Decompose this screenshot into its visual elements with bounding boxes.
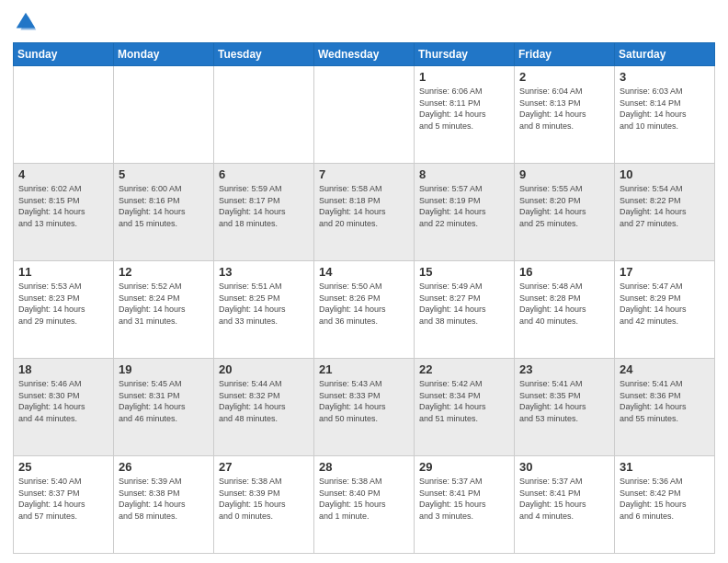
day-info: Sunrise: 5:42 AM Sunset: 8:34 PM Dayligh… (419, 378, 509, 424)
day-number: 3 (620, 70, 710, 84)
day-number: 22 (419, 362, 509, 376)
table-row: 17Sunrise: 5:47 AM Sunset: 8:29 PM Dayli… (615, 261, 715, 359)
day-info: Sunrise: 5:52 AM Sunset: 8:24 PM Dayligh… (119, 281, 209, 327)
day-info: Sunrise: 5:38 AM Sunset: 8:40 PM Dayligh… (319, 476, 409, 522)
day-info: Sunrise: 6:02 AM Sunset: 8:15 PM Dayligh… (18, 183, 108, 229)
table-row (214, 66, 314, 164)
table-row: 25Sunrise: 5:40 AM Sunset: 8:37 PM Dayli… (14, 456, 114, 554)
logo (13, 9, 42, 35)
day-number: 29 (419, 460, 509, 474)
table-row: 27Sunrise: 5:38 AM Sunset: 8:39 PM Dayli… (214, 456, 314, 554)
day-number: 17 (620, 265, 710, 279)
day-info: Sunrise: 5:41 AM Sunset: 8:36 PM Dayligh… (620, 378, 710, 424)
col-thursday: Thursday (415, 43, 515, 66)
table-row: 28Sunrise: 5:38 AM Sunset: 8:40 PM Dayli… (314, 456, 415, 554)
table-row: 10Sunrise: 5:54 AM Sunset: 8:22 PM Dayli… (615, 164, 715, 261)
day-info: Sunrise: 5:44 AM Sunset: 8:32 PM Dayligh… (219, 378, 309, 424)
table-row: 31Sunrise: 5:36 AM Sunset: 8:42 PM Dayli… (615, 456, 715, 554)
day-info: Sunrise: 5:57 AM Sunset: 8:19 PM Dayligh… (419, 183, 509, 229)
table-row: 4Sunrise: 6:02 AM Sunset: 8:15 PM Daylig… (14, 164, 114, 261)
day-number: 10 (620, 167, 710, 181)
day-number: 28 (319, 460, 409, 474)
day-number: 26 (119, 460, 209, 474)
table-row (14, 66, 114, 164)
table-row: 3Sunrise: 6:03 AM Sunset: 8:14 PM Daylig… (615, 66, 715, 164)
day-info: Sunrise: 5:46 AM Sunset: 8:30 PM Dayligh… (18, 378, 108, 424)
table-row: 30Sunrise: 5:37 AM Sunset: 8:41 PM Dayli… (515, 456, 615, 554)
calendar-week-row: 25Sunrise: 5:40 AM Sunset: 8:37 PM Dayli… (14, 456, 715, 554)
day-number: 14 (319, 265, 409, 279)
day-number: 5 (119, 167, 209, 181)
day-info: Sunrise: 5:58 AM Sunset: 8:18 PM Dayligh… (319, 183, 409, 229)
table-row: 14Sunrise: 5:50 AM Sunset: 8:26 PM Dayli… (314, 261, 415, 359)
day-info: Sunrise: 5:49 AM Sunset: 8:27 PM Dayligh… (419, 281, 509, 327)
day-number: 31 (620, 460, 710, 474)
day-number: 9 (519, 167, 609, 181)
table-row: 19Sunrise: 5:45 AM Sunset: 8:31 PM Dayli… (114, 359, 214, 456)
day-number: 16 (519, 265, 609, 279)
col-tuesday: Tuesday (214, 43, 314, 66)
day-number: 2 (519, 70, 609, 84)
day-info: Sunrise: 5:38 AM Sunset: 8:39 PM Dayligh… (219, 476, 309, 522)
table-row: 16Sunrise: 5:48 AM Sunset: 8:28 PM Dayli… (515, 261, 615, 359)
day-info: Sunrise: 5:59 AM Sunset: 8:17 PM Dayligh… (219, 183, 309, 229)
day-info: Sunrise: 5:41 AM Sunset: 8:35 PM Dayligh… (519, 378, 609, 424)
day-number: 21 (319, 362, 409, 376)
calendar-week-row: 11Sunrise: 5:53 AM Sunset: 8:23 PM Dayli… (14, 261, 715, 359)
day-number: 18 (18, 362, 108, 376)
day-info: Sunrise: 5:36 AM Sunset: 8:42 PM Dayligh… (620, 476, 710, 522)
day-info: Sunrise: 6:06 AM Sunset: 8:11 PM Dayligh… (419, 86, 509, 132)
day-number: 8 (419, 167, 509, 181)
day-number: 13 (219, 265, 309, 279)
page: Sunday Monday Tuesday Wednesday Thursday… (0, 0, 728, 563)
day-number: 23 (519, 362, 609, 376)
day-info: Sunrise: 6:03 AM Sunset: 8:14 PM Dayligh… (620, 86, 710, 132)
table-row: 26Sunrise: 5:39 AM Sunset: 8:38 PM Dayli… (114, 456, 214, 554)
day-number: 7 (319, 167, 409, 181)
table-row: 2Sunrise: 6:04 AM Sunset: 8:13 PM Daylig… (515, 66, 615, 164)
logo-icon (13, 9, 39, 35)
day-info: Sunrise: 5:39 AM Sunset: 8:38 PM Dayligh… (119, 476, 209, 522)
col-saturday: Saturday (615, 43, 715, 66)
table-row: 6Sunrise: 5:59 AM Sunset: 8:17 PM Daylig… (214, 164, 314, 261)
day-number: 30 (519, 460, 609, 474)
table-row (114, 66, 214, 164)
table-row: 21Sunrise: 5:43 AM Sunset: 8:33 PM Dayli… (314, 359, 415, 456)
day-number: 25 (18, 460, 108, 474)
day-number: 6 (219, 167, 309, 181)
day-info: Sunrise: 5:48 AM Sunset: 8:28 PM Dayligh… (519, 281, 609, 327)
day-info: Sunrise: 5:53 AM Sunset: 8:23 PM Dayligh… (18, 281, 108, 327)
table-row: 1Sunrise: 6:06 AM Sunset: 8:11 PM Daylig… (415, 66, 515, 164)
table-row: 24Sunrise: 5:41 AM Sunset: 8:36 PM Dayli… (615, 359, 715, 456)
day-info: Sunrise: 5:47 AM Sunset: 8:29 PM Dayligh… (620, 281, 710, 327)
day-info: Sunrise: 5:40 AM Sunset: 8:37 PM Dayligh… (18, 476, 108, 522)
col-sunday: Sunday (14, 43, 114, 66)
day-number: 4 (18, 167, 108, 181)
col-wednesday: Wednesday (314, 43, 415, 66)
table-row: 8Sunrise: 5:57 AM Sunset: 8:19 PM Daylig… (415, 164, 515, 261)
table-row: 23Sunrise: 5:41 AM Sunset: 8:35 PM Dayli… (515, 359, 615, 456)
calendar-table: Sunday Monday Tuesday Wednesday Thursday… (13, 42, 715, 554)
table-row (314, 66, 415, 164)
calendar-week-row: 1Sunrise: 6:06 AM Sunset: 8:11 PM Daylig… (14, 66, 715, 164)
day-info: Sunrise: 6:04 AM Sunset: 8:13 PM Dayligh… (519, 86, 609, 132)
day-number: 24 (620, 362, 710, 376)
table-row: 5Sunrise: 6:00 AM Sunset: 8:16 PM Daylig… (114, 164, 214, 261)
col-friday: Friday (515, 43, 615, 66)
day-number: 11 (18, 265, 108, 279)
day-number: 15 (419, 265, 509, 279)
header (13, 9, 715, 35)
table-row: 29Sunrise: 5:37 AM Sunset: 8:41 PM Dayli… (415, 456, 515, 554)
day-info: Sunrise: 5:37 AM Sunset: 8:41 PM Dayligh… (419, 476, 509, 522)
day-info: Sunrise: 5:50 AM Sunset: 8:26 PM Dayligh… (319, 281, 409, 327)
day-number: 12 (119, 265, 209, 279)
table-row: 22Sunrise: 5:42 AM Sunset: 8:34 PM Dayli… (415, 359, 515, 456)
table-row: 20Sunrise: 5:44 AM Sunset: 8:32 PM Dayli… (214, 359, 314, 456)
day-info: Sunrise: 5:37 AM Sunset: 8:41 PM Dayligh… (519, 476, 609, 522)
day-info: Sunrise: 5:55 AM Sunset: 8:20 PM Dayligh… (519, 183, 609, 229)
table-row: 9Sunrise: 5:55 AM Sunset: 8:20 PM Daylig… (515, 164, 615, 261)
calendar-week-row: 4Sunrise: 6:02 AM Sunset: 8:15 PM Daylig… (14, 164, 715, 261)
table-row: 15Sunrise: 5:49 AM Sunset: 8:27 PM Dayli… (415, 261, 515, 359)
table-row: 13Sunrise: 5:51 AM Sunset: 8:25 PM Dayli… (214, 261, 314, 359)
table-row: 18Sunrise: 5:46 AM Sunset: 8:30 PM Dayli… (14, 359, 114, 456)
